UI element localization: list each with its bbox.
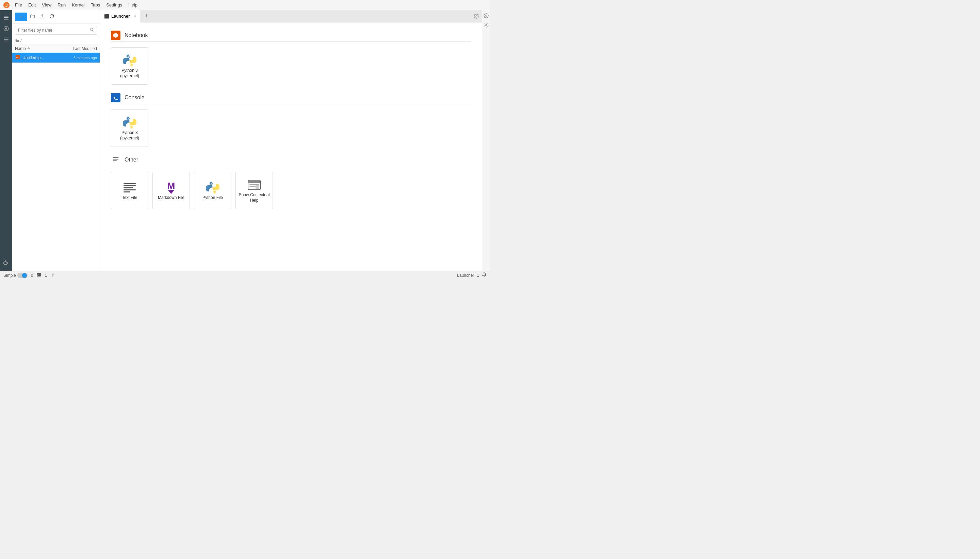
card-markdown-file[interactable]: M Markdown File	[153, 172, 190, 209]
terminal-count: 1	[45, 273, 47, 278]
section-other-header: Other	[111, 155, 471, 165]
python-console-icon	[122, 115, 137, 130]
contextual-help-icon	[247, 177, 262, 192]
card-python3-console[interactable]: Python 3 (ipykernel)	[111, 109, 148, 147]
refresh-button[interactable]	[48, 12, 56, 22]
menu-settings[interactable]: Settings	[103, 2, 125, 8]
menu-bar: J File Edit View Run Kernel Tabs Setting…	[0, 0, 490, 10]
menu-tabs[interactable]: Tabs	[88, 2, 103, 8]
notebook-section-title: Notebook	[124, 32, 148, 38]
new-button[interactable]: +	[15, 13, 27, 21]
svg-rect-24	[255, 185, 259, 189]
card-text-file[interactable]: Text File	[111, 172, 148, 209]
menu-kernel[interactable]: Kernel	[69, 2, 88, 8]
svg-marker-19	[168, 190, 174, 194]
app-logo: J	[3, 2, 10, 9]
main-layout: +	[0, 10, 490, 271]
svg-rect-27	[37, 273, 41, 277]
text-file-icon	[122, 180, 137, 195]
svg-point-26	[486, 25, 487, 26]
menu-edit[interactable]: Edit	[25, 2, 38, 8]
settings-icon-right[interactable]	[471, 11, 482, 22]
file-panel: +	[12, 10, 100, 271]
svg-rect-21	[248, 180, 260, 183]
svg-point-25	[486, 15, 487, 17]
right-sidebar	[482, 10, 490, 271]
menu-run[interactable]: Run	[55, 2, 68, 8]
card-python3-notebook-label: Python 3 (ipykernel)	[114, 68, 145, 79]
sidebar-icon-puzzle[interactable]	[2, 258, 11, 268]
notebook-cards: Python 3 (ipykernel)	[111, 47, 471, 85]
status-bar: Simple 0 1 Launcher 1	[0, 271, 490, 280]
simple-toggle[interactable]: Simple	[3, 273, 28, 278]
tab-launcher-icon: ⬛	[104, 14, 109, 19]
menu-view[interactable]: View	[39, 2, 54, 8]
console-cards: Python 3 (ipykernel)	[111, 109, 471, 147]
right-settings-icon[interactable]	[483, 12, 490, 19]
tab-bar: ⬛ Launcher ✕ +	[100, 10, 482, 22]
toggle-thumb	[22, 273, 27, 278]
folder-breadcrumb-icon	[15, 38, 20, 43]
console-divider	[111, 104, 471, 104]
status-right: Launcher 1	[457, 272, 487, 278]
svg-text:M: M	[167, 180, 175, 191]
svg-rect-23	[249, 186, 256, 187]
python-file-icon	[205, 180, 220, 195]
other-divider	[111, 166, 471, 166]
tab-launcher[interactable]: ⬛ Launcher ✕	[100, 10, 141, 22]
menu-file[interactable]: File	[12, 2, 25, 8]
file-modified: 3 minutes ago	[73, 56, 97, 60]
svg-point-3	[5, 28, 7, 30]
file-list: nb Untitled.ip... 3 minutes ago	[12, 53, 100, 271]
sidebar-icon-files[interactable]	[2, 13, 11, 22]
card-python-file[interactable]: Python File	[194, 172, 231, 209]
file-name: Untitled.ip...	[22, 55, 73, 60]
search-input[interactable]	[15, 26, 97, 35]
column-name[interactable]: Name	[15, 46, 56, 51]
menu-help[interactable]: Help	[126, 2, 140, 8]
card-text-file-label: Text File	[122, 195, 138, 201]
column-modified[interactable]: Last Modified	[56, 46, 97, 51]
sort-icon	[27, 47, 30, 50]
launcher-status-label: Launcher	[457, 273, 474, 278]
tab-add-button[interactable]: +	[141, 10, 152, 22]
tab-close-icon[interactable]: ✕	[133, 14, 136, 18]
card-markdown-file-label: Markdown File	[158, 195, 184, 201]
sidebar-icon-circle[interactable]	[2, 24, 11, 33]
launcher-status-count: 1	[477, 273, 479, 278]
toggle-track[interactable]	[17, 273, 28, 278]
new-folder-button[interactable]	[28, 12, 37, 22]
svg-point-28	[52, 274, 53, 275]
other-section-icon	[111, 155, 121, 165]
terminal-settings-icon[interactable]	[50, 272, 55, 278]
card-python3-notebook[interactable]: Python 3 (ipykernel)	[111, 47, 148, 85]
console-section-icon	[111, 93, 121, 103]
markdown-file-icon: M	[164, 180, 179, 195]
section-console: Console	[111, 93, 471, 147]
tab-launcher-label: Launcher	[111, 13, 129, 19]
other-section-title: Other	[124, 157, 138, 163]
bell-icon[interactable]	[482, 272, 487, 278]
svg-point-11	[476, 16, 477, 17]
content-area: ⬛ Launcher ✕ +	[100, 10, 482, 271]
sidebar-icon-list[interactable]	[2, 35, 11, 44]
launcher-content: Notebook	[100, 22, 482, 271]
notebook-section-icon	[111, 31, 121, 40]
console-section-title: Console	[124, 94, 144, 101]
file-item[interactable]: nb Untitled.ip... 3 minutes ago	[12, 53, 100, 63]
search-container	[12, 24, 100, 37]
file-list-header: Name Last Modified	[12, 45, 100, 53]
card-python3-console-label: Python 3 (ipykernel)	[114, 130, 145, 141]
python-notebook-icon	[122, 53, 137, 68]
file-panel-toolbar: +	[12, 10, 100, 24]
terminal-icon	[36, 272, 41, 278]
card-contextual-help[interactable]: Show Contextual Help	[235, 172, 273, 209]
notebook-divider	[111, 41, 471, 42]
section-console-header: Console	[111, 93, 471, 103]
breadcrumb-path: /	[20, 38, 22, 43]
upload-button[interactable]	[38, 12, 46, 22]
kernel-count: 0	[31, 273, 33, 278]
section-notebook-header: Notebook	[111, 31, 471, 40]
right-settings-icon-2[interactable]	[483, 22, 490, 28]
other-cards: Text File M Markdown File	[111, 172, 471, 209]
